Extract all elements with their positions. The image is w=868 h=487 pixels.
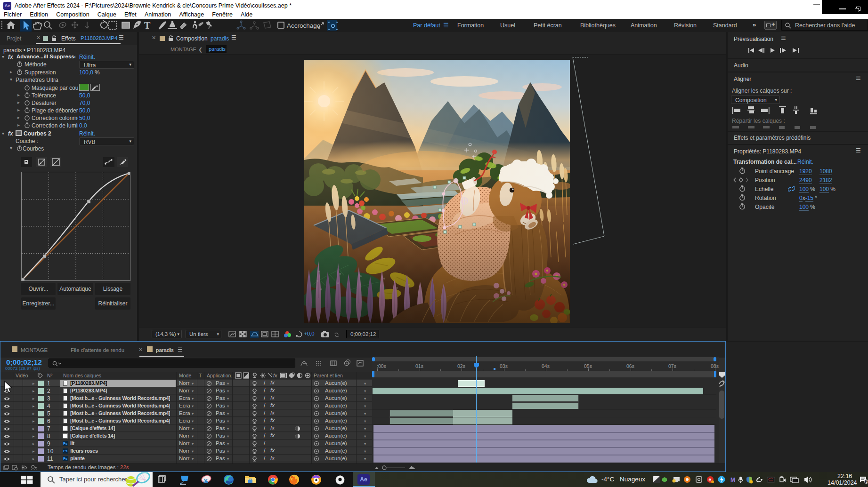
svg-text:5: 5 [866,479,868,484]
svg-text:Accrochage: Accrochage [287,22,320,29]
svg-text:e: e [709,477,712,482]
svg-text:M: M [730,477,735,483]
svg-text:fx: fx [273,373,277,378]
svg-text:T: T [144,20,151,31]
